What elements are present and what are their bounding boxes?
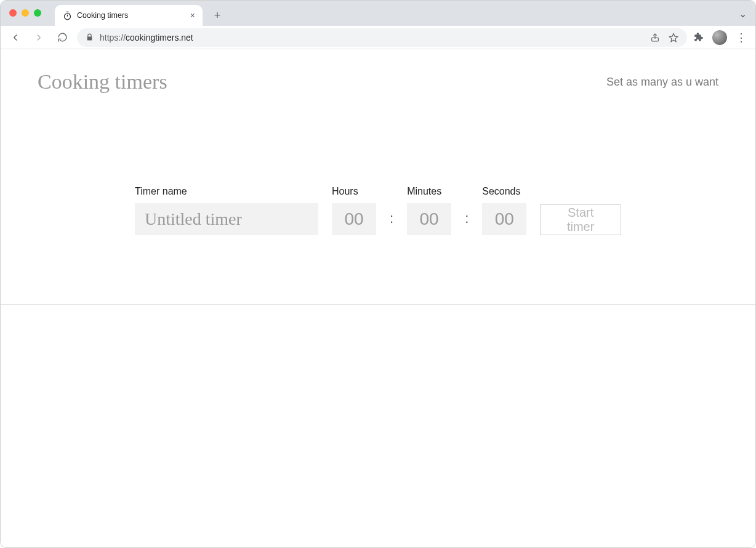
reload-button[interactable] — [54, 29, 71, 46]
page-subtitle: Set as many as u want — [606, 76, 718, 89]
window-controls — [9, 9, 41, 17]
browser-tab[interactable]: Cooking timers × — [55, 5, 203, 26]
minutes-input[interactable] — [407, 203, 451, 235]
browser-menu-button[interactable]: ⋮ — [736, 31, 747, 44]
timer-form: Timer name Hours : Minutes : Seconds Sta… — [135, 186, 621, 235]
tab-strip: Cooking timers × + ⌄ — [1, 1, 755, 26]
toolbar-extensions: ⋮ — [693, 30, 749, 45]
timer-name-label: Timer name — [135, 186, 318, 197]
lock-icon — [86, 33, 94, 41]
timer-name-input[interactable] — [135, 203, 318, 235]
time-separator: : — [390, 211, 393, 235]
hours-label: Hours — [332, 186, 376, 197]
extensions-icon[interactable] — [693, 32, 704, 42]
page-header: Cooking timers Set as many as u want — [1, 49, 755, 94]
hours-field: Hours — [332, 186, 376, 235]
minutes-label: Minutes — [407, 186, 451, 197]
minutes-field: Minutes — [407, 186, 451, 235]
url-scheme: https:// — [100, 33, 126, 42]
seconds-input[interactable] — [482, 203, 526, 235]
star-icon[interactable] — [669, 33, 678, 42]
window-minimize-button[interactable] — [22, 9, 29, 17]
stopwatch-icon — [62, 10, 72, 20]
timer-name-field: Timer name — [135, 186, 318, 235]
window-close-button[interactable] — [9, 9, 17, 17]
url-host: cookingtimers.net — [126, 33, 193, 42]
window-fullscreen-button[interactable] — [34, 9, 41, 17]
page-title: Cooking timers — [38, 70, 167, 94]
browser-toolbar: https://cookingtimers.net ⋮ — [1, 26, 755, 49]
section-divider — [1, 304, 755, 305]
share-icon[interactable] — [650, 33, 660, 42]
back-button[interactable] — [7, 29, 24, 46]
new-tab-button[interactable]: + — [209, 7, 226, 24]
tab-title: Cooking timers — [77, 11, 128, 20]
page-viewport: Cooking timers Set as many as u want Tim… — [1, 49, 755, 547]
browser-window: Cooking timers × + ⌄ https://cookingtime… — [0, 0, 756, 548]
forward-button[interactable] — [30, 29, 47, 46]
tabs-dropdown-button[interactable]: ⌄ — [739, 8, 747, 20]
start-timer-button[interactable]: Start timer — [540, 204, 621, 235]
seconds-label: Seconds — [482, 186, 526, 197]
time-separator: : — [465, 211, 468, 235]
address-bar[interactable]: https://cookingtimers.net — [77, 28, 687, 47]
hours-input[interactable] — [332, 203, 376, 235]
close-tab-button[interactable]: × — [190, 10, 195, 20]
url-text: https://cookingtimers.net — [100, 33, 193, 42]
seconds-field: Seconds — [482, 186, 526, 235]
profile-avatar[interactable] — [712, 30, 727, 45]
